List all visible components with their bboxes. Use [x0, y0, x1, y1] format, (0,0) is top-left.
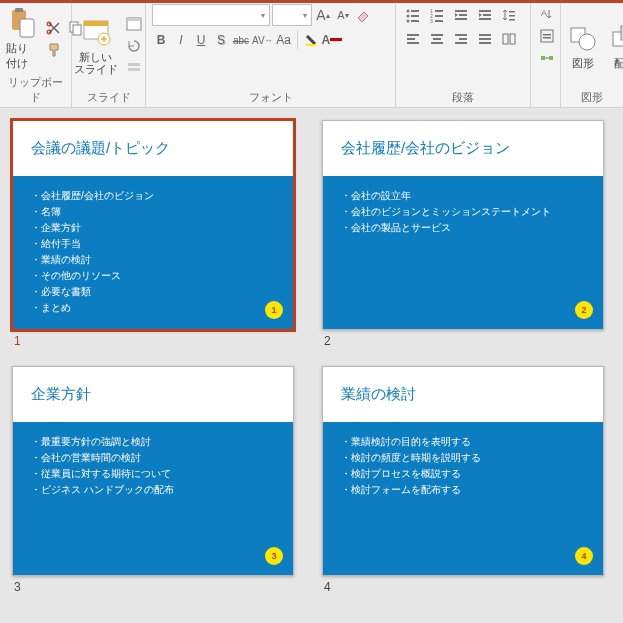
- svg-rect-22: [435, 10, 443, 12]
- section-button[interactable]: [124, 58, 144, 78]
- slide-title: 会社履歴/会社のビジョン: [341, 139, 510, 158]
- smartart-icon: [539, 50, 555, 66]
- eraser-icon: [356, 8, 370, 22]
- clipboard-group-label: リップボード: [6, 75, 65, 105]
- new-slide-button[interactable]: 新しい スライド: [74, 17, 118, 75]
- bullet-item: 業績検討の目的を表明する: [341, 434, 585, 450]
- svg-rect-51: [541, 30, 553, 42]
- align-text-icon: [539, 28, 555, 44]
- svg-rect-30: [479, 10, 491, 12]
- indent-icon: [477, 7, 493, 23]
- arrange-button[interactable]: 配置: [609, 22, 623, 71]
- bullet-item: 検討プロセスを概説する: [341, 466, 585, 482]
- align-center-button[interactable]: [426, 28, 448, 50]
- reset-button[interactable]: [124, 36, 144, 56]
- svg-point-15: [407, 10, 410, 13]
- svg-rect-14: [306, 44, 316, 46]
- svg-rect-39: [431, 34, 443, 36]
- cut-button[interactable]: [44, 18, 64, 38]
- text-direction-button[interactable]: A: [537, 4, 557, 24]
- smartart-button[interactable]: [537, 48, 557, 68]
- decrease-font-button[interactable]: A▾: [334, 5, 352, 25]
- slide-number: 3: [14, 580, 294, 594]
- svg-rect-40: [433, 38, 441, 40]
- caret-icon: ▾: [261, 11, 265, 20]
- align-right-button[interactable]: [450, 28, 472, 50]
- font-size-combo[interactable]: ▾: [272, 4, 312, 26]
- slide-number: 2: [324, 334, 604, 348]
- bullet-item: ビジネス ハンドブックの配布: [31, 482, 275, 498]
- line-spacing-button[interactable]: [498, 4, 520, 26]
- paste-icon: [6, 7, 38, 39]
- separator: [297, 31, 298, 49]
- font-family-combo[interactable]: ▾: [152, 4, 270, 26]
- slide-body: 最重要方針の強調と検討会社の営業時間の検討従業員に対する期待についてビジネス ハ…: [13, 422, 293, 510]
- strikethrough-button[interactable]: abc: [232, 30, 250, 50]
- slide-number: 4: [324, 580, 604, 594]
- slide-title-area: 企業方針: [13, 367, 293, 422]
- columns-button[interactable]: [498, 28, 520, 50]
- slide-title-area: 会議の議題/トピック: [13, 121, 293, 176]
- paste-button[interactable]: 貼り付け: [6, 7, 38, 71]
- text-direction-icon: A: [539, 6, 555, 22]
- bullets-button[interactable]: [402, 4, 424, 26]
- slide-thumbnail[interactable]: 企業方針最重要方針の強調と検討会社の営業時間の検討従業員に対する期待についてビジ…: [12, 366, 294, 576]
- svg-rect-16: [411, 10, 419, 12]
- layout-button[interactable]: [124, 14, 144, 34]
- svg-rect-1: [15, 8, 23, 12]
- drawing-group-label: 図形: [567, 90, 617, 105]
- bullet-item: 企業方針: [31, 220, 275, 236]
- svg-rect-12: [128, 63, 140, 66]
- paste-label: 貼り付け: [6, 41, 38, 71]
- bullet-item: 会社の製品とサービス: [341, 220, 585, 236]
- shapes-label: 図形: [572, 56, 594, 71]
- clear-formatting-button[interactable]: [354, 5, 372, 25]
- svg-point-17: [407, 15, 410, 18]
- svg-rect-26: [435, 20, 443, 22]
- align-text-button[interactable]: [537, 26, 557, 46]
- slide-thumbnail[interactable]: 会議の議題/トピック会社履歴/会社のビジョン名簿企業方針給付手当業績の検討その他…: [12, 120, 294, 330]
- decrease-indent-button[interactable]: [450, 4, 472, 26]
- text-shadow-button[interactable]: S: [212, 30, 230, 50]
- svg-rect-55: [549, 56, 553, 60]
- columns-icon: [501, 31, 517, 47]
- numbering-button[interactable]: 123: [426, 4, 448, 26]
- svg-rect-47: [479, 42, 491, 44]
- shapes-button[interactable]: 図形: [567, 22, 599, 71]
- svg-rect-35: [509, 19, 515, 21]
- justify-button[interactable]: [474, 28, 496, 50]
- section-icon: [126, 60, 142, 76]
- increase-font-button[interactable]: A▴: [314, 5, 332, 25]
- caret-icon: ▾: [303, 11, 307, 20]
- svg-rect-11: [127, 18, 141, 21]
- char-spacing-button[interactable]: AV↔: [252, 30, 273, 50]
- svg-rect-20: [411, 20, 419, 22]
- slide-body: 会社の設立年会社のビジョンとミッションステートメント会社の製品とサービス: [323, 176, 603, 248]
- italic-button[interactable]: I: [172, 30, 190, 50]
- svg-rect-38: [407, 42, 419, 44]
- slide-thumbnail[interactable]: 会社履歴/会社のビジョン会社の設立年会社のビジョンとミッションステートメント会社…: [322, 120, 604, 330]
- underline-button[interactable]: U: [192, 30, 210, 50]
- arrange-icon: [609, 22, 623, 54]
- bullet-item: 検討の頻度と時期を説明する: [341, 450, 585, 466]
- svg-rect-29: [455, 18, 467, 20]
- svg-rect-52: [543, 34, 551, 36]
- align-right-icon: [453, 31, 469, 47]
- change-case-button[interactable]: Aa: [275, 30, 293, 50]
- svg-rect-28: [459, 14, 467, 16]
- svg-point-57: [579, 34, 595, 50]
- font-color-button[interactable]: A: [322, 30, 343, 50]
- slide-sorter-view[interactable]: 会議の議題/トピック会社履歴/会社のビジョン名簿企業方針給付手当業績の検討その他…: [0, 108, 623, 623]
- highlight-button[interactable]: [302, 30, 320, 50]
- justify-icon: [477, 31, 493, 47]
- format-painter-button[interactable]: [44, 40, 64, 60]
- align-center-icon: [429, 31, 445, 47]
- bold-button[interactable]: B: [152, 30, 170, 50]
- app-accent-bar: [0, 0, 623, 3]
- slide-thumbnail[interactable]: 業績の検討業績検討の目的を表明する検討の頻度と時期を説明する検討プロセスを概説す…: [322, 366, 604, 576]
- numbering-icon: 123: [429, 7, 445, 23]
- bullet-item: 従業員に対する期待について: [31, 466, 275, 482]
- font-group-label: フォント: [152, 90, 389, 105]
- align-left-button[interactable]: [402, 28, 424, 50]
- increase-indent-button[interactable]: [474, 4, 496, 26]
